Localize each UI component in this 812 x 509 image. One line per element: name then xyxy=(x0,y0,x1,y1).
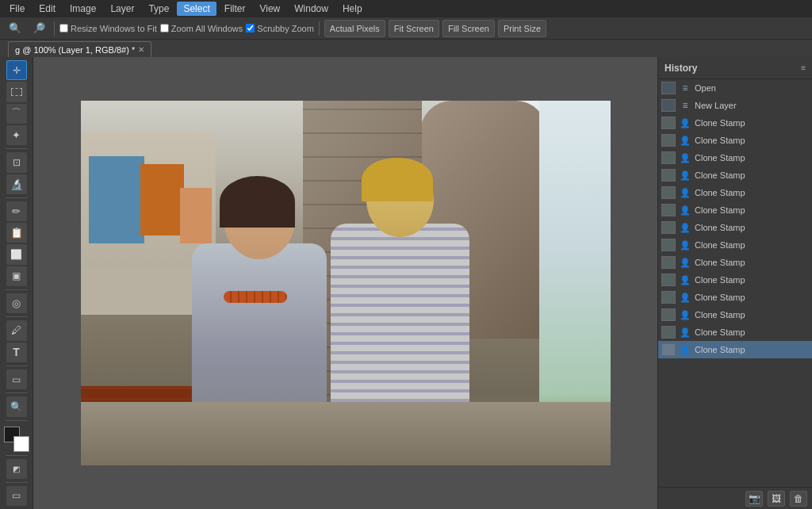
history-item-9[interactable]: 👤 Clone Stamp xyxy=(658,271,812,289)
gradient-tool[interactable]: ▣ xyxy=(6,266,27,286)
history-thumb-2 xyxy=(661,151,676,164)
history-item-newlayer[interactable]: ≡ New Layer xyxy=(658,97,812,114)
history-label-5: Clone Stamp xyxy=(695,205,745,215)
history-panel: History ≡ ≡ Open ≡ New Layer 👤 Clone Sta… xyxy=(657,57,812,509)
history-thumb-6 xyxy=(661,221,676,234)
menu-window[interactable]: Window xyxy=(288,2,335,16)
history-item-0[interactable]: 👤 Clone Stamp xyxy=(658,114,812,132)
history-label-3: Clone Stamp xyxy=(695,170,745,180)
actual-pixels-btn[interactable]: Actual Pixels xyxy=(324,20,385,37)
history-item-8[interactable]: 👤 Clone Stamp xyxy=(658,254,812,271)
history-item-4[interactable]: 👤 Clone Stamp xyxy=(658,184,812,201)
text-tool[interactable]: T xyxy=(6,343,27,362)
history-item-5[interactable]: 👤 Clone Stamp xyxy=(658,201,812,219)
delete-state-btn[interactable]: 🗑 xyxy=(790,491,807,507)
history-item-10[interactable]: 👤 Clone Stamp xyxy=(658,289,812,306)
menu-select[interactable]: Select xyxy=(177,2,216,16)
new-document-btn[interactable]: 🖼 xyxy=(768,491,785,507)
history-item-7[interactable]: 👤 Clone Stamp xyxy=(658,236,812,254)
brush-icon: ✏ xyxy=(12,205,21,217)
fill-screen-btn[interactable]: Fill Screen xyxy=(442,20,495,37)
history-item-1[interactable]: 👤 Clone Stamp xyxy=(658,132,812,149)
menu-file[interactable]: File xyxy=(3,2,31,16)
background-color[interactable] xyxy=(13,436,29,452)
history-item-6[interactable]: 👤 Clone Stamp xyxy=(658,219,812,236)
eyedropper-tool[interactable]: 🔬 xyxy=(6,174,27,194)
shape-icon: ▭ xyxy=(12,374,21,385)
menu-filter[interactable]: Filter xyxy=(218,2,252,16)
menu-help[interactable]: Help xyxy=(336,2,369,16)
newlayer-icon: ≡ xyxy=(679,99,691,112)
marquee-tool[interactable] xyxy=(6,82,27,101)
pen-tool[interactable]: 🖊 xyxy=(6,320,27,340)
zoom-tool[interactable]: 🔍 xyxy=(6,396,27,416)
zoom-in-btn[interactable]: 🔎 xyxy=(29,18,49,39)
tool-sep-2 xyxy=(6,197,28,198)
scrubby-zoom-input[interactable] xyxy=(246,24,255,33)
dodge-tool[interactable]: ◎ xyxy=(6,293,27,313)
zoom-all-input[interactable] xyxy=(160,24,169,33)
move-tool[interactable]: ✛ xyxy=(6,60,27,80)
tools-panel: ✛ ⌒ ✦ ⊡ 🔬 ✏ 📋 ⬜ ▣ ◎ xyxy=(0,57,33,509)
eraser-icon: ⬜ xyxy=(10,249,22,260)
history-label-7: Clone Stamp xyxy=(695,240,745,250)
shape-tool[interactable]: ▭ xyxy=(6,369,27,389)
fit-screen-btn[interactable]: Fit Screen xyxy=(389,20,439,37)
toolbar-sep-1 xyxy=(54,21,55,36)
resize-windows-checkbox[interactable]: Resize Windows to Fit xyxy=(59,24,157,33)
menu-edit[interactable]: Edit xyxy=(33,2,62,16)
color-swatches[interactable] xyxy=(4,427,29,451)
screen-mode-btn[interactable]: ▭ xyxy=(6,486,27,506)
clone-stamp-tool[interactable]: 📋 xyxy=(6,223,27,243)
history-label-newlayer: New Layer xyxy=(695,101,737,110)
zoom-all-checkbox[interactable]: Zoom All Windows xyxy=(160,24,243,33)
menu-type[interactable]: Type xyxy=(142,2,175,16)
menu-view[interactable]: View xyxy=(253,2,286,16)
history-item-11[interactable]: 👤 Clone Stamp xyxy=(658,306,812,323)
history-item-selected[interactable]: 👤 Clone Stamp xyxy=(658,341,812,358)
stamp-icon-5: 👤 xyxy=(679,204,691,216)
stamp-icon-6: 👤 xyxy=(679,221,691,234)
history-thumb-0 xyxy=(661,117,676,129)
crop-tool[interactable]: ⊡ xyxy=(6,152,27,172)
magic-wand-tool[interactable]: ✦ xyxy=(6,125,27,145)
zoom-out-btn[interactable]: 🔍 xyxy=(5,18,25,39)
tool-sep-3 xyxy=(6,289,28,290)
tab-close-btn[interactable]: ✕ xyxy=(138,45,144,54)
stamp-icon-0: 👤 xyxy=(679,117,691,129)
brush-tool[interactable]: ✏ xyxy=(6,201,27,221)
resize-windows-input[interactable] xyxy=(59,24,68,33)
history-label-1: Clone Stamp xyxy=(695,136,745,145)
building-orange xyxy=(140,164,184,235)
print-size-btn[interactable]: Print Size xyxy=(498,20,546,37)
history-label-4: Clone Stamp xyxy=(695,188,745,197)
history-item-3[interactable]: 👤 Clone Stamp xyxy=(658,166,812,184)
menu-image[interactable]: Image xyxy=(63,2,102,16)
history-thumb-newlayer xyxy=(661,99,676,112)
history-thumb-1 xyxy=(661,134,676,147)
tool-sep-9 xyxy=(6,482,28,483)
quick-mask-btn[interactable]: ◩ xyxy=(6,459,27,479)
toolbar-sep-2 xyxy=(319,21,320,36)
history-item-2[interactable]: 👤 Clone Stamp xyxy=(658,149,812,166)
history-item-open[interactable]: ≡ Open xyxy=(658,79,812,97)
scrubby-zoom-checkbox[interactable]: Scrubby Zoom xyxy=(246,24,314,33)
lasso-tool[interactable]: ⌒ xyxy=(6,104,27,124)
document-tab[interactable]: g @ 100% (Layer 1, RGB/8#) * ✕ xyxy=(8,41,151,57)
panel-collapse-btn[interactable]: ≡ xyxy=(801,63,806,72)
eraser-tool[interactable]: ⬜ xyxy=(6,244,27,264)
stamp-icon-4: 👤 xyxy=(679,186,691,199)
history-label-10: Clone Stamp xyxy=(695,293,745,302)
menu-layer[interactable]: Layer xyxy=(104,2,140,16)
building-blue xyxy=(89,156,144,243)
history-label-12: Clone Stamp xyxy=(695,327,745,337)
create-snapshot-btn[interactable]: 📷 xyxy=(745,491,763,507)
tool-sep-8 xyxy=(6,455,28,456)
history-label-11: Clone Stamp xyxy=(695,310,745,320)
toolbar: 🔍 🔎 Resize Windows to Fit Zoom All Windo… xyxy=(0,17,812,40)
stamp-icon-11: 👤 xyxy=(679,308,691,321)
history-label-0: Clone Stamp xyxy=(695,118,745,128)
stamp-icon-10: 👤 xyxy=(679,291,691,304)
menu-bar: File Edit Image Layer Type Select Filter… xyxy=(0,0,812,17)
history-item-12[interactable]: 👤 Clone Stamp xyxy=(658,323,812,341)
